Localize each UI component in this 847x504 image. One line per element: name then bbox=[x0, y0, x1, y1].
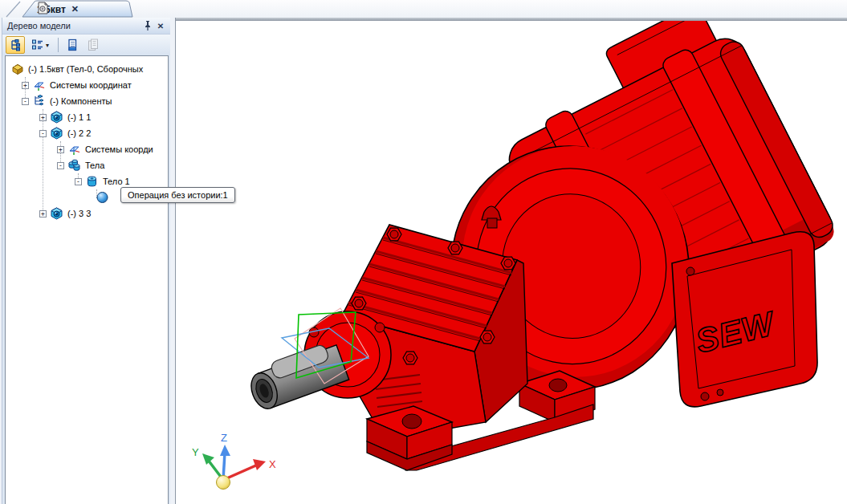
coordinate-system-icon bbox=[67, 143, 81, 156]
chevron-down-icon[interactable]: ▾ bbox=[46, 42, 49, 49]
assembly-icon bbox=[10, 63, 24, 75]
tree-item-part-2[interactable]: - (-) 2 2 bbox=[6, 125, 91, 141]
body-icon bbox=[85, 175, 99, 188]
tree-toolbar: ▾ bbox=[2, 35, 170, 55]
tree-item-bodies[interactable]: - Тела bbox=[6, 157, 104, 173]
expand-toggle[interactable]: - bbox=[75, 178, 82, 185]
tree-item-coordinate-systems-2[interactable]: + Системы коорди bbox=[6, 141, 153, 157]
document-tab-bar: 1.5квт ✕ bbox=[0, 0, 847, 18]
part-icon bbox=[50, 207, 63, 220]
document-copy-icon bbox=[87, 39, 100, 51]
tree-item-label: (-) Компоненты bbox=[50, 96, 112, 106]
tree-item-label: (-) 1.5квт (Тел-0, Сборочных bbox=[28, 64, 143, 74]
tree-structure-view-button[interactable] bbox=[6, 36, 25, 54]
tab-shape bbox=[0, 0, 847, 18]
expand-toggle[interactable]: - bbox=[57, 162, 64, 169]
panel-close-icon[interactable]: ✕ bbox=[154, 20, 167, 32]
expand-toggle[interactable]: + bbox=[22, 82, 29, 89]
axis-y-label: Y bbox=[192, 446, 199, 458]
tree-item-operation[interactable] bbox=[6, 189, 113, 205]
terminal-box: SEW bbox=[672, 232, 817, 407]
tree-item-label: Системы коорди bbox=[85, 144, 153, 154]
copy-report-button[interactable] bbox=[83, 36, 103, 54]
tree-item-coordinate-systems[interactable]: + Системы координат bbox=[6, 77, 132, 93]
3d-viewport[interactable]: SEW bbox=[175, 18, 847, 504]
tab-close-icon[interactable]: ✕ bbox=[71, 4, 79, 14]
tree-item-part-1[interactable]: + (-) 1 1 bbox=[6, 109, 91, 125]
tree-composition-button[interactable]: ▾ bbox=[26, 36, 54, 54]
tree-item-label: Тела bbox=[85, 161, 104, 170]
part-icon bbox=[50, 111, 63, 124]
model-tree-panel: Дерево модели ✕ ▾ bbox=[2, 18, 170, 504]
part-icon bbox=[50, 127, 63, 140]
panel-title: Дерево модели bbox=[7, 21, 141, 30]
tree-structure-icon bbox=[9, 39, 22, 51]
expand-toggle[interactable]: - bbox=[39, 130, 47, 137]
tree-item-components[interactable]: - (-) Компоненты bbox=[6, 93, 112, 109]
expand-toggle[interactable]: + bbox=[39, 114, 47, 121]
tree-item-label: Системы координат bbox=[50, 80, 132, 90]
coordinate-system-icon bbox=[32, 79, 46, 91]
tree-item-label: (-) 1 1 bbox=[67, 112, 91, 122]
tree-item-part-3[interactable]: + (-) 3 3 bbox=[6, 205, 91, 222]
model-tree[interactable]: (-) 1.5квт (Тел-0, Сборочных + Системы к… bbox=[5, 55, 169, 504]
tree-item-body-1[interactable]: - Тело 1 bbox=[6, 173, 130, 189]
tree-item-root[interactable]: (-) 1.5квт (Тел-0, Сборочных bbox=[6, 61, 143, 77]
axis-z-label: Z bbox=[221, 432, 227, 444]
bodies-icon bbox=[67, 159, 81, 172]
expand-toggle[interactable]: - bbox=[22, 98, 29, 105]
coordinate-triad: X Y Z bbox=[192, 432, 276, 490]
operation-sphere-icon bbox=[96, 191, 109, 204]
expand-toggle[interactable]: + bbox=[57, 146, 64, 153]
tree-item-label: (-) 3 3 bbox=[67, 209, 91, 218]
operation-tooltip: Операция без истории:1 bbox=[120, 187, 235, 203]
tab-active[interactable]: 1.5квт ✕ bbox=[37, 2, 79, 17]
tree-item-label: (-) 2 2 bbox=[67, 128, 91, 138]
tree-item-label: Тело 1 bbox=[103, 177, 130, 186]
report-button[interactable] bbox=[63, 36, 82, 54]
tooltip-text: Операция без истории:1 bbox=[128, 190, 228, 200]
expand-toggle[interactable]: + bbox=[39, 210, 47, 217]
checklist-icon bbox=[31, 39, 44, 51]
model-tree-panel-header[interactable]: Дерево модели ✕ bbox=[2, 18, 170, 35]
document-icon bbox=[66, 39, 79, 51]
model-drawing: SEW bbox=[176, 21, 847, 504]
assembly-document-icon bbox=[37, 2, 49, 14]
toolbar-separator bbox=[58, 38, 59, 52]
axis-x-label: X bbox=[269, 458, 276, 470]
pin-icon[interactable] bbox=[141, 20, 154, 32]
components-icon bbox=[32, 95, 46, 108]
